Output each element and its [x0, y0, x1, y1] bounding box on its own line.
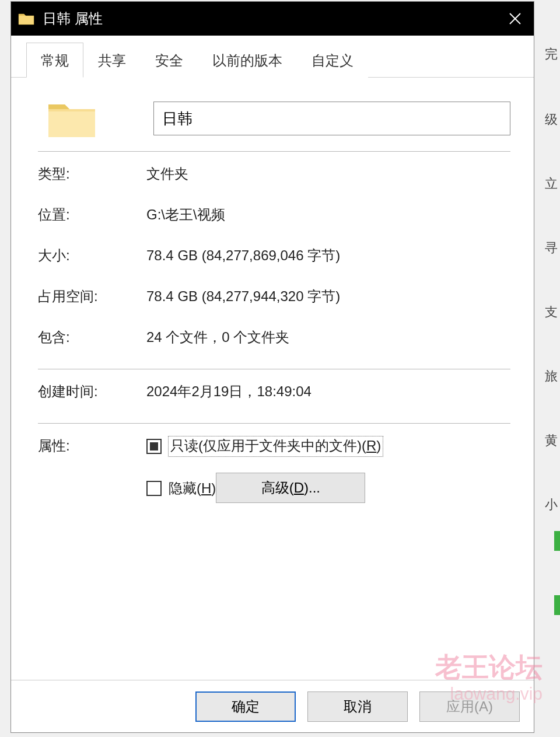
- divider: [38, 423, 510, 424]
- type-value: 文件夹: [146, 165, 510, 183]
- tab-security[interactable]: 安全: [141, 43, 198, 78]
- close-icon: [508, 12, 522, 26]
- window-title: 日韩 属性: [43, 9, 502, 28]
- contains-label: 包含:: [38, 328, 146, 347]
- folder-icon: [18, 12, 34, 26]
- ok-button[interactable]: 确定: [195, 691, 296, 722]
- readonly-label: 只读(仅应用于文件夹中的文件)(R): [169, 436, 383, 456]
- tab-sharing[interactable]: 共享: [83, 43, 141, 78]
- type-label: 类型:: [38, 165, 146, 183]
- hidden-checkbox[interactable]: [146, 481, 162, 496]
- size-on-disk-label: 占用空间:: [38, 287, 146, 306]
- general-tab-content: 类型: 文件夹 位置: G:\老王\视频 大小: 78.4 GB (84,277…: [11, 78, 534, 680]
- dialog-button-bar: 确定 取消 应用(A): [11, 680, 534, 732]
- background-accent: [554, 595, 560, 615]
- size-value: 78.4 GB (84,277,869,046 字节): [146, 246, 510, 265]
- properties-dialog: 日韩 属性 常规 共享 安全 以前的版本 自定义 类型: 文件夹: [10, 1, 534, 733]
- tab-strip: 常规 共享 安全 以前的版本 自定义: [11, 36, 534, 78]
- location-value: G:\老王\视频: [146, 205, 510, 224]
- close-button[interactable]: [502, 6, 528, 32]
- contains-value: 24 个文件，0 个文件夹: [146, 328, 510, 347]
- readonly-checkbox[interactable]: [146, 439, 162, 454]
- hidden-label: 隐藏(H): [169, 479, 216, 498]
- size-label: 大小:: [38, 246, 146, 265]
- titlebar[interactable]: 日韩 属性: [11, 2, 534, 36]
- folder-name-input[interactable]: [153, 102, 510, 135]
- apply-button[interactable]: 应用(A): [419, 691, 520, 722]
- location-label: 位置:: [38, 205, 146, 224]
- advanced-button[interactable]: 高级(D)...: [216, 473, 365, 503]
- tab-general[interactable]: 常规: [26, 43, 83, 78]
- tab-previous-versions[interactable]: 以前的版本: [198, 43, 297, 78]
- folder-large-icon: [46, 96, 97, 141]
- created-value: 2024年2月19日，18:49:04: [146, 382, 510, 401]
- divider: [38, 151, 510, 152]
- created-label: 创建时间:: [38, 382, 146, 401]
- attributes-label: 属性:: [38, 436, 146, 521]
- size-on-disk-value: 78.4 GB (84,277,944,320 字节): [146, 287, 510, 306]
- tab-custom[interactable]: 自定义: [297, 43, 368, 78]
- background-accent: [554, 531, 560, 551]
- divider: [38, 369, 510, 369]
- cancel-button[interactable]: 取消: [307, 691, 408, 722]
